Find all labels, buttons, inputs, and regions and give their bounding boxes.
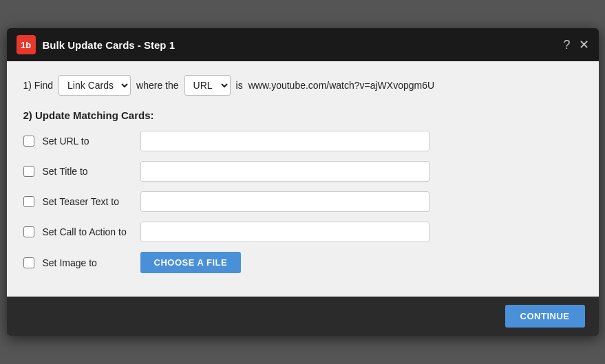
set-teaser-checkbox[interactable] bbox=[23, 196, 34, 207]
dialog-title: Bulk Update Cards - Step 1 bbox=[43, 39, 557, 51]
set-title-label: Set Title to bbox=[43, 166, 132, 177]
set-teaser-label: Set Teaser Text to bbox=[43, 196, 132, 207]
set-url-label: Set URL to bbox=[43, 136, 132, 147]
update-section: 2) Update Matching Cards: Set URL to Set… bbox=[23, 109, 582, 273]
set-title-checkbox[interactable] bbox=[23, 166, 34, 177]
set-cta-row: Set Call to Action to bbox=[23, 222, 582, 242]
title-actions: ? ✕ bbox=[563, 39, 588, 51]
set-cta-input[interactable] bbox=[140, 222, 429, 242]
choose-file-button[interactable]: CHOOSE A FILE bbox=[140, 252, 242, 273]
set-teaser-row: Set Teaser Text to bbox=[23, 191, 582, 212]
find-row: 1) Find Link Cards where the URL is www.… bbox=[23, 75, 582, 96]
set-url-checkbox[interactable] bbox=[23, 136, 34, 147]
is-label: is bbox=[236, 80, 243, 91]
set-title-row: Set Title to bbox=[23, 161, 582, 182]
dialog-content: 1) Find Link Cards where the URL is www.… bbox=[7, 61, 599, 297]
set-cta-checkbox[interactable] bbox=[23, 226, 34, 237]
app-logo: 1b bbox=[17, 35, 36, 54]
close-button[interactable]: ✕ bbox=[579, 39, 589, 51]
set-teaser-input[interactable] bbox=[140, 191, 429, 212]
where-the-label: where the bbox=[136, 80, 178, 91]
set-image-checkbox[interactable] bbox=[23, 257, 34, 268]
find-label: 1) Find bbox=[23, 80, 54, 91]
set-url-input[interactable] bbox=[140, 131, 429, 151]
set-title-input[interactable] bbox=[140, 161, 429, 182]
find-dropdown[interactable]: Link Cards bbox=[59, 75, 131, 96]
bulk-update-dialog: 1b Bulk Update Cards - Step 1 ? ✕ 1) Fin… bbox=[7, 28, 599, 336]
help-button[interactable]: ? bbox=[563, 39, 570, 51]
set-image-row: Set Image to CHOOSE A FILE bbox=[23, 252, 582, 273]
field-dropdown[interactable]: URL bbox=[184, 75, 231, 96]
continue-button[interactable]: CONTINUE bbox=[505, 305, 585, 328]
dialog-footer: CONTINUE bbox=[7, 297, 599, 336]
url-value: www.youtube.com/watch?v=ajWXvopgm6U bbox=[248, 80, 582, 91]
title-bar: 1b Bulk Update Cards - Step 1 ? ✕ bbox=[7, 28, 599, 61]
set-image-label: Set Image to bbox=[43, 257, 132, 268]
set-url-row: Set URL to bbox=[23, 131, 582, 151]
set-cta-label: Set Call to Action to bbox=[43, 226, 132, 237]
section-title: 2) Update Matching Cards: bbox=[23, 109, 582, 121]
